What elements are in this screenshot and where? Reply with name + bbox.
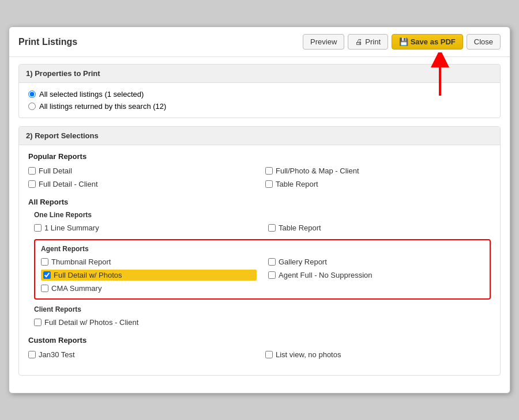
table-report-popular-option[interactable]: Table Report [265, 179, 491, 190]
list-view-no-photos-option[interactable]: List view, no photos [265, 349, 491, 360]
print-button[interactable]: 🖨 Print [348, 34, 388, 50]
modal-body: 1) Properties to Print All selected list… [9, 57, 510, 393]
properties-radio-group: All selected listings (1 selected) All l… [28, 90, 491, 111]
cma-summary-option[interactable]: CMA Summary [41, 283, 257, 294]
table-report-popular-check[interactable] [265, 180, 273, 188]
full-detail-client-check[interactable] [28, 180, 36, 188]
full-detail-photos-client-option[interactable]: Full Detail w/ Photos - Client [34, 317, 257, 328]
client-reports: Client Reports Full Detail w/ Photos - C… [34, 305, 491, 328]
popular-reports-title: Popular Reports [28, 152, 491, 161]
section2-header: 2) Report Selections [19, 127, 500, 145]
one-line-reports-grid: 1 Line Summary Table Report [34, 222, 491, 233]
arrow-annotation [426, 52, 454, 100]
full-detail-with-photos-check[interactable] [43, 271, 51, 279]
print-listings-modal: Print Listings Preview 🖨 Print 💾 Save as… [9, 27, 510, 393]
thumbnail-report-option[interactable]: Thumbnail Report [41, 256, 257, 267]
one-line-reports: One Line Reports 1 Line Summary Table Re… [34, 211, 491, 233]
full-detail-photos-client-check[interactable] [34, 319, 42, 326]
agent-full-no-suppression-option[interactable]: Agent Full - No Suppression [268, 270, 484, 281]
full-photo-map-client-option[interactable]: Full/Photo & Map - Client [265, 165, 491, 176]
agent-full-no-suppression-check[interactable] [268, 271, 276, 279]
full-detail-check[interactable] [28, 167, 36, 175]
printer-icon: 🖨 [355, 37, 363, 46]
gallery-report-check[interactable] [268, 258, 276, 266]
gallery-report-option[interactable]: Gallery Report [268, 256, 484, 267]
full-detail-with-photos-option[interactable]: Full Detail w/ Photos [41, 270, 257, 281]
agent-reports-title: Agent Reports [41, 245, 484, 253]
report-selections-section: 2) Report Selections Popular Reports Ful… [18, 126, 501, 376]
header-buttons: Preview 🖨 Print 💾 Save as PDF Close [303, 34, 501, 50]
agent-reports: Agent Reports Thumbnail Report Gallery R… [34, 239, 491, 300]
custom-reports-grid: Jan30 Test List view, no photos [28, 349, 491, 360]
client-reports-title: Client Reports [34, 305, 491, 313]
all-returned-listings-option[interactable]: All listings returned by this search (12… [28, 102, 491, 111]
section2-body: Popular Reports Full Detail Full/Photo &… [19, 145, 500, 375]
save-as-pdf-button[interactable]: 💾 Save as PDF [392, 34, 463, 50]
pdf-icon: 💾 [399, 37, 411, 46]
table-report-one-line-check[interactable] [268, 224, 276, 232]
popular-reports: Popular Reports Full Detail Full/Photo &… [28, 152, 491, 190]
one-line-summary-check[interactable] [34, 224, 42, 232]
preview-button[interactable]: Preview [303, 34, 344, 50]
popular-reports-grid: Full Detail Full/Photo & Map - Client Fu… [28, 165, 491, 190]
custom-reports-title: Custom Reports [28, 336, 491, 345]
all-selected-listings-option[interactable]: All selected listings (1 selected) [28, 90, 491, 99]
full-detail-client-option[interactable]: Full Detail - Client [28, 179, 254, 190]
jan30-test-option[interactable]: Jan30 Test [28, 349, 254, 360]
modal-title: Print Listings [18, 37, 77, 47]
list-view-no-photos-check[interactable] [265, 351, 273, 358]
close-button[interactable]: Close [467, 34, 501, 50]
one-line-reports-title: One Line Reports [34, 211, 491, 219]
all-reports-title: All Reports [28, 198, 491, 206]
all-selected-radio[interactable] [28, 90, 36, 98]
custom-reports: Custom Reports Jan30 Test List view, no … [28, 336, 491, 360]
client-reports-grid: Full Detail w/ Photos - Client [34, 317, 491, 328]
agent-reports-grid: Thumbnail Report Gallery Report Full Det… [41, 256, 484, 294]
full-detail-option[interactable]: Full Detail [28, 165, 254, 176]
jan30-test-check[interactable] [28, 351, 36, 358]
table-report-one-line-option[interactable]: Table Report [268, 222, 491, 233]
one-line-summary-option[interactable]: 1 Line Summary [34, 222, 257, 233]
full-photo-map-client-check[interactable] [265, 167, 273, 175]
all-reports: All Reports One Line Reports 1 Line Summ… [28, 198, 491, 328]
thumbnail-report-check[interactable] [41, 258, 48, 266]
all-returned-radio[interactable] [28, 103, 36, 110]
cma-summary-check[interactable] [41, 285, 48, 292]
